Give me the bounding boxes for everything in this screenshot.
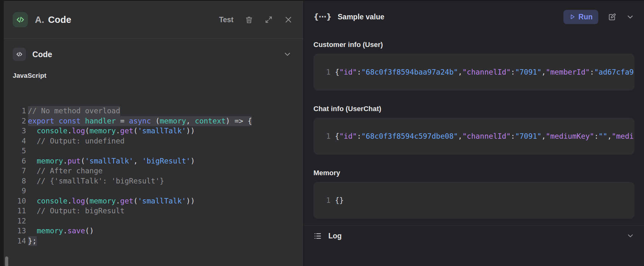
log-section-header[interactable]: Log (313, 226, 634, 246)
line-number: 4 (13, 136, 26, 146)
code-token: ( (133, 127, 138, 135)
sample-section-heading: Chat info (UserChat) (313, 104, 634, 113)
language-label: JavaScript (13, 72, 292, 79)
code-token: async (129, 117, 151, 125)
code-token: // {'smallTalk': 'bigResult'} (28, 177, 164, 185)
code-line[interactable]: 7 // After change (13, 166, 292, 176)
sample-code-block[interactable]: 1{"id":"68c0f3f8594baa97a24b","channelId… (313, 54, 634, 90)
code-token (28, 127, 37, 135)
code-token: handler (85, 117, 116, 125)
code-token: memory (37, 157, 63, 165)
line-number: 10 (13, 196, 26, 206)
code-line-text: memory.save() (28, 226, 94, 236)
code-line[interactable]: 2export const handler = async (memory, c… (13, 116, 292, 126)
code-node-panel: A. Code Test (4, 1, 303, 266)
code-token: , (458, 68, 463, 76)
code-token: "" (599, 132, 608, 140)
collapse-code-section-button[interactable] (283, 50, 292, 59)
code-line[interactable]: 8 // {'smallTalk': 'bigResult'} (13, 176, 292, 186)
code-line[interactable]: 1// No method overload (13, 106, 292, 116)
code-node-body: Code JavaScript 1// No method overload2e… (4, 47, 303, 246)
close-icon (284, 16, 292, 24)
scrollbar-thumb[interactable] (5, 256, 8, 266)
code-token: { (335, 132, 339, 140)
code-token: // No method overload (28, 107, 120, 115)
code-token: ( (85, 127, 89, 135)
code-editor[interactable]: 1// No method overload2export const hand… (13, 106, 292, 246)
code-node-icon (13, 12, 28, 27)
code-token: : (511, 132, 515, 140)
code-line[interactable]: 6 memory.put('smallTalk', 'bigResult') (13, 156, 292, 166)
code-section-title: Code (32, 50, 52, 59)
code-token: "memberId" (546, 68, 590, 76)
code-token (81, 117, 85, 125)
code-line[interactable]: 3 console.log(memory.get('smallTalk')) (13, 126, 292, 136)
code-token: ( (151, 117, 160, 125)
list-icon (313, 232, 322, 240)
code-line[interactable]: 10 console.log(memory.get('smallTalk')) (13, 196, 292, 206)
code-token: : (357, 68, 361, 76)
sample-code-block[interactable]: 1{"id":"68c0f3f8594c597dbe08","channelId… (313, 118, 634, 155)
code-token: "ad67cfa9 (594, 68, 634, 76)
code-section-icon (13, 48, 26, 61)
code-token: log (72, 197, 85, 205)
expand-button[interactable] (265, 16, 273, 24)
code-token: "id" (339, 132, 357, 140)
line-number: 14 (13, 236, 26, 246)
code-token: // Output: undefined (28, 137, 125, 145)
code-token: , (186, 117, 195, 125)
code-token: . (68, 197, 72, 205)
code-token: = (116, 117, 129, 125)
code-token: "channelId" (462, 68, 510, 76)
code-token: memory (89, 197, 116, 205)
sample-json-text: {} (335, 196, 344, 204)
code-token: ( (133, 197, 138, 205)
code-token: }; (28, 237, 37, 245)
code-line[interactable]: 11 // Output: bigResult (13, 206, 292, 216)
code-token: . (68, 127, 72, 135)
run-button[interactable]: Run (563, 10, 598, 24)
code-token: get (120, 197, 134, 205)
header-actions: Test (219, 16, 292, 24)
code-token: : (357, 132, 361, 140)
code-line[interactable]: 13 memory.save() (13, 226, 292, 236)
play-icon (569, 14, 575, 20)
trash-icon (245, 16, 253, 24)
test-button[interactable]: Test (219, 16, 233, 24)
close-button[interactable] (284, 16, 292, 24)
code-token: "68c0f3f8594c597dbe08" (361, 132, 458, 140)
delete-node-button[interactable] (245, 16, 253, 24)
code-token: ( (85, 197, 89, 205)
line-number: 1 (13, 106, 26, 116)
sample-value-panel: {···} Sample value Run (304, 1, 644, 266)
code-token: ( (81, 157, 85, 165)
node-title: Code (48, 15, 71, 25)
line-number: 1 (326, 196, 331, 204)
code-line[interactable]: 14}; (13, 236, 292, 246)
code-line-text: }; (28, 236, 37, 246)
code-line[interactable]: 5 (13, 146, 292, 156)
edit-sample-button[interactable] (608, 13, 616, 21)
code-line[interactable]: 4 // Output: undefined (13, 136, 292, 146)
code-token: put (68, 157, 81, 165)
code-token: , (458, 132, 463, 140)
code-line-text: // No method overload (28, 106, 120, 116)
sample-code-block[interactable]: 1{} (313, 182, 634, 219)
collapse-sample-value-button[interactable] (626, 13, 634, 21)
page-title: A. Code (35, 15, 71, 25)
code-token: . (63, 227, 68, 235)
code-line[interactable]: 9 (13, 186, 292, 196)
chevron-down-icon[interactable] (626, 232, 634, 240)
line-number: 13 (13, 226, 26, 236)
code-section-header[interactable]: Code (13, 47, 292, 62)
code-line-text: console.log(memory.get('smallTalk')) (28, 126, 195, 136)
code-token: 'smallTalk' (138, 127, 186, 135)
code-line[interactable]: 12 (13, 216, 292, 226)
sample-section-heading: Customer info (User) (313, 40, 634, 49)
code-token: 'smallTalk' (85, 157, 133, 165)
code-token: memory (160, 117, 186, 125)
sample-value-sections: Customer info (User)1{"id":"68c0f3f8594b… (313, 40, 634, 219)
node-letter: A. (35, 15, 44, 25)
code-token: : (511, 68, 515, 76)
code-token: ) (190, 157, 195, 165)
